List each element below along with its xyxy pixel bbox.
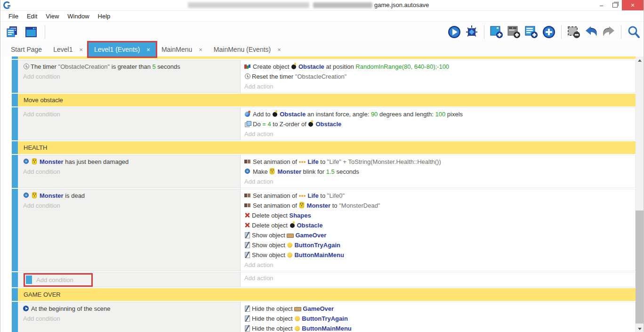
text-segment: 90 — [371, 111, 378, 118]
condition-row[interactable]: The timer "ObstacleCreation" is greater … — [23, 62, 240, 72]
action-row[interactable]: Add to Obstacle an instant force, angle:… — [244, 109, 635, 119]
text-segment: at position — [324, 63, 356, 70]
menu-view[interactable]: View — [41, 13, 63, 20]
action-row[interactable]: Show object ButtonMainMenu — [244, 250, 635, 260]
text-segment: "Life" + ToString(Monster.Health::Health… — [327, 158, 441, 165]
text-segment: 5 — [153, 63, 156, 70]
behavior-icon — [23, 158, 30, 165]
text-segment: "ObstacleCreation" — [295, 73, 347, 80]
project-manager-icon[interactable] — [5, 25, 19, 39]
visibility-icon — [244, 251, 250, 258]
action-row[interactable]: Create object Obstacle at position Rando… — [244, 62, 635, 72]
condition-row[interactable]: Monster is dead — [23, 191, 240, 201]
action-row[interactable]: Set animation of Life to "Life0" — [244, 191, 635, 201]
condition-row[interactable]: Monster has just been damaged — [23, 157, 240, 167]
tab-mainmenu-events-[interactable]: MainMenu (Events)× — [208, 42, 287, 57]
text-segment: At the beginning of the scene — [31, 305, 110, 312]
tab-close-icon[interactable]: × — [79, 46, 83, 53]
text-segment: Show object — [252, 251, 287, 259]
undo-button[interactable] — [584, 25, 598, 39]
text-segment: Monster — [307, 202, 331, 209]
action-row[interactable]: Make Monster blink for 1.5 seconds — [244, 167, 635, 177]
action-row[interactable]: Reset the timer "ObstacleCreation" — [244, 72, 635, 81]
add-action-button[interactable]: Add action — [244, 260, 635, 270]
action-row[interactable]: Show object GameOver — [244, 230, 635, 240]
add-action-button[interactable]: Add action — [244, 273, 635, 283]
tab-label: Start Page — [11, 46, 42, 53]
toolbar-separator — [561, 25, 562, 39]
action-row[interactable]: Hide the object GameOver — [244, 304, 635, 314]
redacted-title-text — [313, 2, 372, 8]
event-bar — [12, 302, 18, 332]
add-condition-button[interactable]: Add condition — [23, 201, 240, 211]
toolbar-separator — [484, 25, 484, 39]
events-sheet: The timer "ObstacleCreation" is greater … — [12, 57, 636, 332]
add-action-button[interactable]: Add action — [244, 81, 635, 91]
action-row[interactable]: Set animation of Life to "Life" + ToStri… — [244, 157, 635, 167]
add-action-button[interactable]: Add action — [244, 177, 635, 186]
vertical-scrollbar[interactable] — [636, 57, 644, 332]
group-label: Move obstacle — [18, 94, 636, 106]
search-button[interactable] — [627, 25, 641, 39]
tab-mainmenu[interactable]: MainMenu× — [156, 42, 208, 57]
close-button[interactable]: × — [622, 0, 644, 10]
action-row[interactable]: Show object ButtonTryAgain — [244, 240, 635, 250]
gdevelop-logo-icon — [3, 1, 11, 9]
tab-close-icon[interactable]: × — [277, 46, 281, 53]
delete-event-button[interactable] — [567, 25, 581, 39]
event-bar — [12, 57, 18, 59]
menu-window[interactable]: Window — [63, 13, 93, 20]
action-row[interactable]: Set animation of Monster to "MonsterDead… — [244, 201, 635, 211]
tab-close-icon[interactable]: × — [146, 46, 150, 53]
menu-help[interactable]: Help — [94, 13, 115, 20]
add-condition-button[interactable]: Add condition — [23, 167, 240, 177]
tab-label: Level1 — [53, 46, 72, 53]
tab-close-icon[interactable]: × — [199, 46, 202, 53]
btncircle-icon — [287, 242, 293, 248]
add-plus-button[interactable] — [542, 25, 556, 39]
group-header-move-obstacle[interactable]: Move obstacle — [12, 94, 636, 106]
scroll-down-button[interactable] — [636, 325, 644, 332]
text-segment: Delete object — [252, 212, 290, 219]
partial-group-header — [12, 57, 636, 59]
toolbar-separator — [45, 25, 45, 39]
debug-button[interactable] — [465, 25, 479, 39]
add-condition-button[interactable]: Add condition — [23, 314, 240, 324]
visibility-icon — [244, 242, 250, 248]
scrollbar-thumb[interactable] — [636, 211, 644, 324]
event-selection-marker — [26, 275, 32, 284]
minimize-button[interactable]: – — [595, 0, 608, 10]
title-bar: game.json.autosave – × — [0, 0, 644, 11]
scroll-up-button[interactable] — [636, 57, 644, 65]
scene-editor-icon[interactable] — [24, 25, 38, 39]
condition-row[interactable]: At the beginning of the scene — [23, 304, 240, 314]
add-condition-button[interactable]: Add condition — [23, 72, 240, 81]
action-row[interactable]: Hide the object ButtonTryAgain — [244, 314, 635, 324]
maximize-button[interactable] — [608, 0, 622, 10]
action-row[interactable]: Do = 4 to Z-order of Obstacle — [244, 119, 635, 129]
event-block: Add conditionAdd to Obstacle an instant … — [12, 107, 636, 140]
action-row[interactable]: Hide the object ButtonMainMenu — [244, 324, 635, 332]
actions-column: Add to Obstacle an instant force, angle:… — [241, 107, 636, 140]
add-action-button[interactable]: Add action — [244, 129, 635, 139]
text-segment: ButtonMainMenu — [302, 325, 351, 332]
add-event-button[interactable] — [490, 25, 504, 39]
play-button[interactable] — [447, 25, 461, 39]
group-header-game-over[interactable]: GAME OVER — [12, 288, 636, 301]
conditions-column: Monster is deadAdd condition — [18, 189, 241, 271]
tab-level1[interactable]: Level1× — [48, 42, 89, 57]
menu-file[interactable]: File — [4, 13, 23, 20]
tab-level1-events-[interactable]: Level1 (Events)× — [89, 42, 156, 57]
redo-button[interactable] — [602, 25, 616, 39]
action-row[interactable]: Delete object Obstacle — [244, 220, 635, 230]
action-row[interactable]: Delete object Shapes — [244, 211, 635, 220]
add-comment-button[interactable] — [524, 25, 539, 39]
event-bar — [12, 155, 18, 188]
add-subevent-button[interactable] — [507, 25, 521, 39]
text-segment: to — [319, 158, 327, 165]
menu-edit[interactable]: Edit — [23, 13, 41, 20]
tab-start-page[interactable]: Start Page — [5, 42, 48, 57]
group-header-health[interactable]: HEALTH — [12, 141, 636, 154]
add-condition-button[interactable]: Add condition — [23, 109, 240, 119]
add-condition-button[interactable]: Add condition — [36, 275, 73, 285]
